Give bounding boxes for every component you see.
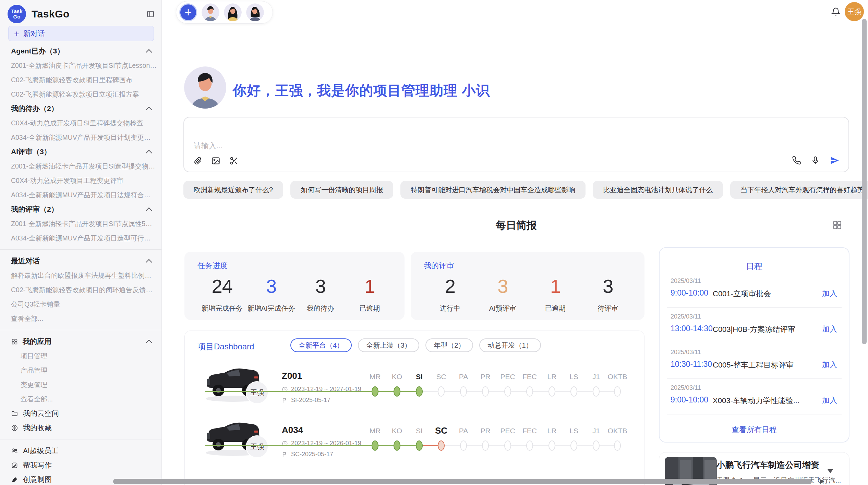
section-ai-review[interactable]: AI评审（3）: [0, 145, 161, 159]
scissors-icon[interactable]: [229, 156, 239, 165]
milestone-progress: [205, 445, 419, 446]
sidebar-item[interactable]: A034-全新新能源MUV产品开发项目计划变更表编写: [0, 130, 161, 145]
section-my-todo[interactable]: 我的待办（2）: [0, 101, 161, 116]
sidebar-item-ai-employee[interactable]: AI超级员工: [0, 444, 161, 458]
section-agent-done[interactable]: Agent已办（3）: [0, 44, 161, 58]
join-link[interactable]: 加入: [822, 288, 837, 299]
sidebar-item-label: 我的收藏: [23, 423, 52, 433]
scroll-right-arrow[interactable]: [820, 479, 824, 484]
project-code: A034: [282, 425, 303, 435]
message-composer[interactable]: 请输入...: [183, 117, 849, 172]
recent-chat-item[interactable]: C02-飞腾新能源轻客改款项目的闭环通告反馈情况: [0, 283, 161, 297]
tab-year-model[interactable]: 年型（2）: [425, 338, 473, 352]
folder-icon: [11, 410, 18, 417]
sidebar-item-product-mgmt[interactable]: 产品管理: [0, 363, 161, 377]
vertical-scrollbar[interactable]: [862, 19, 867, 344]
sidebar-item[interactable]: Z001-全新燃油轻卡产品开发项目SI造型提交物评审: [0, 159, 161, 173]
add-agent-button[interactable]: +: [179, 3, 197, 21]
app-item-label: 产品管理: [21, 366, 47, 375]
card-title: 我的评审: [424, 261, 634, 271]
join-link[interactable]: 加入: [822, 324, 837, 334]
sidebar-item-change-mgmt[interactable]: 变更管理: [0, 377, 161, 392]
sidebar-item-cloud-space[interactable]: 我的云空间: [0, 406, 161, 421]
chevron-up-icon: [146, 107, 152, 113]
sidebar-item[interactable]: C0X4-动力总成开发项目SI里程碑提交物检查: [0, 116, 161, 130]
stat-label: 待评审: [582, 304, 635, 313]
project-row-a034[interactable]: 王强 A034 2023-12-19 ~ 2026-01-19 SC-2025-…: [185, 409, 644, 463]
milestone-dot: [526, 386, 533, 397]
scroll-down-arrow[interactable]: [828, 469, 833, 473]
apps-view-all[interactable]: 查看全部...: [0, 392, 161, 406]
milestone-dot: [482, 440, 489, 451]
sidebar-item[interactable]: Z001-全新燃油轻卡产品开发项目SI节点属性5D文件评审: [0, 216, 161, 231]
milestone-dot: [504, 386, 511, 397]
suggestion-chip[interactable]: 如何写一份清晰的项目周报: [290, 181, 393, 199]
recent-chats-view-all[interactable]: 查看全部...: [0, 311, 161, 326]
milestone-label: FEC: [522, 427, 537, 435]
milestone-dot: [548, 440, 555, 451]
sidebar-item[interactable]: A034-全新新能源MUV产品开发项目法规符合性评审: [0, 188, 161, 202]
divider: [667, 414, 842, 414]
sidebar-item[interactable]: A034-全新新能源MUV产品开发项目造型可行性评审: [0, 231, 161, 245]
stat-value: 3: [582, 274, 635, 298]
sidebar-item-favorites[interactable]: 我的收藏: [0, 421, 161, 435]
project-row-z001[interactable]: 王强 Z001 2023-12-19 ~ 2027-01-19 SI-2025-…: [185, 355, 644, 409]
image-upload-icon[interactable]: [211, 156, 220, 165]
app-logo-line2: Go: [13, 14, 21, 20]
sidebar-item[interactable]: C02-飞腾新能源轻客改款项目里程碑画布: [0, 73, 161, 87]
suggestion-chip[interactable]: 当下年轻人对汽车外观有怎样的喜好趋势: [730, 181, 868, 199]
schedule-time: 10:30-11:30: [671, 360, 712, 369]
milestone-label-current: SI: [416, 373, 423, 381]
microphone-icon[interactable]: [811, 156, 820, 165]
sidebar-item[interactable]: C02-飞腾新能源轻客改款项目立项汇报方案: [0, 87, 161, 101]
horizontal-scrollbar[interactable]: [113, 479, 812, 484]
sidebar-item-help-write[interactable]: 帮我写作: [0, 458, 161, 472]
project-flag-text: SI-2025-05-17: [291, 397, 330, 404]
section-my-review[interactable]: 我的评审（2）: [0, 202, 161, 216]
milestone-label: PEC: [500, 427, 515, 435]
suggestion-chip[interactable]: 欧洲新规最近颁布了什么?: [183, 181, 283, 199]
star-circle-icon: [11, 424, 18, 432]
sidebar-item[interactable]: Z001-全新燃油皮卡产品开发项目SI节点Lesson Learn报告: [0, 58, 161, 73]
notification-bell-icon[interactable]: [831, 7, 841, 16]
recent-chat-item[interactable]: 公司Q3轻卡销量: [0, 297, 161, 311]
sidebar-item-label: Z001-全新燃油轻卡产品开发项目SI节点属性5D文件评审: [11, 219, 157, 228]
chevron-up-icon: [146, 150, 152, 156]
milestone-label: MR: [370, 427, 381, 435]
person-avatar-icon: [224, 3, 242, 21]
apps-grid-icon: [11, 338, 18, 345]
person-avatar-icon: [184, 66, 226, 109]
stat-value: 24: [197, 274, 247, 298]
suggestion-chip[interactable]: 特朗普可能对进口汽车增税会对中国车企造成哪些影响: [400, 181, 586, 199]
flag-icon: [282, 397, 288, 403]
suggestion-chip[interactable]: 比亚迪全固态电池计划具体说了什么: [593, 181, 723, 199]
agent-avatar-2[interactable]: [224, 3, 242, 21]
sidebar-item-label: C02-飞腾新能源轻客改款项目里程碑画布: [11, 75, 132, 85]
tab-powertrain[interactable]: 动总开发（1）: [479, 338, 541, 352]
agent-avatar-3[interactable]: [246, 3, 264, 21]
sidebar-item-label: C02-飞腾新能源轻客改款项目立项汇报方案: [11, 90, 139, 99]
new-chat-label: 新对话: [23, 29, 45, 38]
new-chat-button[interactable]: + 新对话: [8, 26, 154, 41]
view-all-schedule-link[interactable]: 查看所有日程: [660, 425, 849, 435]
tab-new-body[interactable]: 全新上装（3）: [358, 338, 419, 352]
tab-new-platform[interactable]: 全新平台（4）: [290, 338, 352, 352]
join-link[interactable]: 加入: [822, 395, 837, 406]
sidebar-collapse-icon[interactable]: [146, 10, 155, 18]
attachment-icon[interactable]: [193, 156, 202, 165]
join-link[interactable]: 加入: [822, 360, 837, 370]
recent-chat-item[interactable]: 解释最新出台的欧盟报废车法规再生塑料比例被调至15%...: [0, 268, 161, 283]
people-icon: [11, 447, 18, 455]
section-recent-chats[interactable]: 最近对话: [0, 254, 161, 268]
milestone-dot-done: [416, 440, 423, 451]
sidebar-item-project-mgmt[interactable]: 项目管理: [0, 349, 161, 363]
agent-avatar-1[interactable]: [202, 3, 219, 21]
user-avatar[interactable]: 王强: [845, 2, 864, 21]
sidebar-item[interactable]: C0X4-动力总成开发项目工程变更评审: [0, 173, 161, 188]
stat-label: 新增AI完成任务: [247, 304, 296, 313]
layout-grid-icon[interactable]: [832, 220, 842, 230]
app-title: TaskGo: [32, 8, 70, 20]
voice-call-icon[interactable]: [792, 156, 801, 165]
section-my-apps[interactable]: 我的应用: [0, 334, 161, 349]
send-icon[interactable]: [830, 156, 840, 165]
